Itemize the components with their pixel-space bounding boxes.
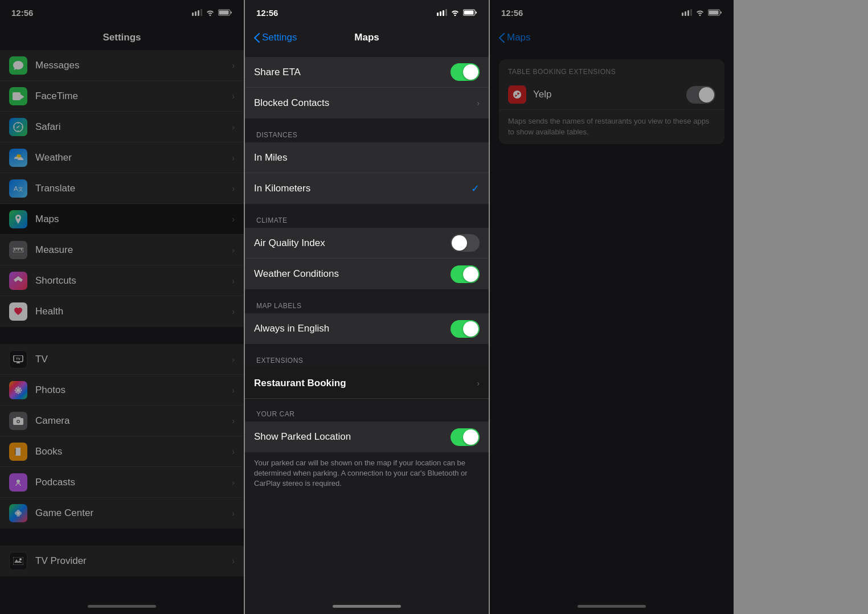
settings-item-facetime[interactable]: FaceTime › [0, 81, 244, 112]
wifi-icon-3 [695, 9, 705, 16]
nav-bar-1: Settings [0, 25, 244, 50]
wifi-icon-2 [451, 9, 460, 16]
svg-rect-0 [192, 13, 194, 16]
row-restaurant-booking[interactable]: Restaurant Booking › [245, 368, 489, 399]
weather-conditions-toggle[interactable] [451, 265, 480, 283]
gamecenter-label: Game Center [35, 507, 232, 519]
facetime-icon [9, 87, 27, 105]
yelp-logo [512, 89, 522, 100]
show-parked-toggle[interactable] [451, 428, 480, 446]
weather-label: Weather [35, 152, 232, 163]
row-air-quality[interactable]: Air Quality Index [245, 228, 489, 259]
row-show-parked[interactable]: Show Parked Location [245, 421, 489, 452]
settings-list: Messages › FaceTime › Safari › Weather › [0, 50, 244, 598]
camera-chevron: › [232, 416, 235, 425]
yelp-icon [508, 85, 526, 104]
shortcuts-chevron: › [232, 276, 235, 285]
home-indicator-1 [0, 598, 244, 614]
translate-chevron: › [232, 184, 235, 193]
measure-label: Measure [35, 244, 232, 256]
settings-item-weather[interactable]: Weather › [0, 142, 244, 173]
svg-rect-40 [13, 557, 23, 565]
restaurant-booking-label: Restaurant Booking [254, 378, 477, 389]
shortcuts-label: Shortcuts [35, 275, 232, 286]
home-bar-2 [333, 605, 401, 608]
settings-item-tvprovider[interactable]: TV Provider › [0, 546, 244, 576]
books-icon [9, 443, 27, 461]
maps-icon [9, 210, 27, 228]
podcasts-label: Podcasts [35, 477, 232, 488]
weather-chevron: › [232, 153, 235, 162]
group-share-eta: Share ETA Blocked Contacts › [245, 57, 489, 118]
status-icons-2 [437, 9, 477, 16]
settings-item-maps[interactable]: Maps › [0, 204, 244, 235]
messages-icon [9, 56, 27, 75]
back-button-2[interactable]: Settings [254, 32, 297, 43]
back-button-3[interactable]: Maps [499, 32, 531, 43]
settings-item-podcasts[interactable]: Podcasts › [0, 467, 244, 498]
measure-chevron: › [232, 245, 235, 255]
tvprovider-icon [9, 552, 27, 570]
in-kilometers-label: In Kilometers [254, 183, 471, 194]
svg-text:TV: TV [16, 357, 21, 361]
table-booking-content: TABLE BOOKING EXTENSIONS Yelp Maps sends… [490, 50, 734, 598]
blocked-contacts-chevron: › [477, 99, 480, 108]
air-quality-toggle[interactable] [451, 234, 480, 252]
gamecenter-icon [9, 504, 27, 522]
section-gap-2 [0, 530, 244, 546]
settings-item-safari[interactable]: Safari › [0, 112, 244, 142]
row-always-english[interactable]: Always in English [245, 313, 489, 344]
battery-icon-2 [463, 9, 477, 16]
weather-icon [9, 149, 27, 167]
settings-title: Settings [103, 32, 141, 43]
home-bar-1 [88, 605, 156, 608]
status-icons-3 [682, 9, 722, 16]
health-icon [9, 302, 27, 321]
translate-label: Translate [35, 183, 232, 194]
svg-point-21 [15, 389, 17, 391]
maps-label: Maps [35, 214, 232, 225]
home-indicator-3 [490, 598, 734, 614]
svg-rect-1 [195, 11, 196, 16]
settings-item-messages[interactable]: Messages › [0, 50, 244, 81]
always-english-toggle[interactable] [451, 320, 480, 338]
maps-chevron: › [232, 215, 235, 224]
settings-item-camera[interactable]: Camera › [0, 406, 244, 436]
row-blocked-contacts[interactable]: Blocked Contacts › [245, 88, 489, 118]
svg-point-25 [19, 387, 21, 389]
settings-item-measure[interactable]: Measure › [0, 235, 244, 265]
health-label: Health [35, 306, 232, 317]
settings-item-tv[interactable]: TV TV › [0, 344, 244, 375]
svg-rect-47 [682, 13, 683, 16]
row-share-eta[interactable]: Share ETA [245, 57, 489, 88]
status-time-1: 12:56 [11, 8, 33, 18]
gamecenter-chevron: › [232, 509, 235, 518]
settings-item-gamecenter[interactable]: Game Center › [0, 498, 244, 529]
tvprovider-chevron: › [232, 556, 235, 566]
yelp-toggle[interactable] [686, 86, 715, 104]
row-weather-conditions[interactable]: Weather Conditions [245, 259, 489, 289]
yelp-row[interactable]: Yelp [499, 80, 724, 110]
back-label-2: Settings [262, 32, 297, 43]
in-kilometers-check: ✓ [471, 182, 480, 195]
nav-bar-2: Settings Maps [245, 25, 489, 50]
row-in-kilometers[interactable]: In Kilometers ✓ [245, 173, 489, 204]
svg-point-26 [15, 391, 17, 392]
svg-rect-42 [440, 11, 441, 16]
back-chevron-2 [254, 33, 260, 43]
settings-item-photos[interactable]: Photos › [0, 375, 244, 406]
svg-rect-5 [219, 11, 229, 15]
svg-rect-52 [709, 11, 719, 15]
settings-item-translate[interactable]: A文 Translate › [0, 173, 244, 204]
camera-icon [9, 412, 27, 430]
settings-item-health[interactable]: Health › [0, 296, 244, 327]
svg-text:A: A [14, 185, 18, 192]
settings-item-books[interactable]: Books › [0, 436, 244, 467]
row-in-miles[interactable]: In Miles [245, 142, 489, 173]
yourcar-header: YOUR CAR [245, 399, 489, 421]
settings-item-shortcuts[interactable]: Shortcuts › [0, 265, 244, 296]
photos-label: Photos [35, 384, 232, 396]
messages-chevron: › [232, 61, 235, 70]
photos-chevron: › [232, 386, 235, 395]
share-eta-toggle[interactable] [451, 63, 480, 81]
